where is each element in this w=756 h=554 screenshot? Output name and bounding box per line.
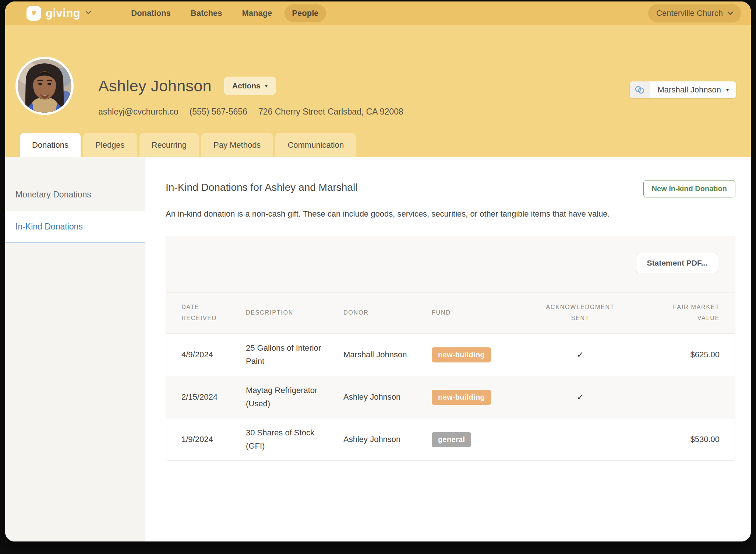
top-bar: ♥ giving Donations Batches Manage People… xyxy=(5,1,751,25)
column-header-description: Description xyxy=(246,307,343,318)
date-received-cell: 2/15/2024 xyxy=(181,392,246,402)
profile-tabs: Donations Pledges Recurring Pay Methods … xyxy=(20,133,356,157)
column-header-fund: Fund xyxy=(432,307,522,318)
description-cell: Maytag Refrigerator (Used) xyxy=(246,384,343,411)
app-window: ♥ giving Donations Batches Manage People… xyxy=(5,1,751,541)
check-icon: ✓ xyxy=(577,350,584,360)
column-header-acknowledgment-sent: Acknowledgment Sent xyxy=(542,302,619,324)
caret-down-icon: ▾ xyxy=(265,83,268,89)
fair-market-value-cell: $625.00 xyxy=(639,350,720,360)
new-in-kind-donation-button[interactable]: New In-kind Donation xyxy=(643,180,735,197)
panel-title: In-Kind Donations for Ashley and Marshal… xyxy=(166,182,357,193)
column-header-date-received: Date Received xyxy=(181,302,224,324)
linked-icon-segment xyxy=(630,81,650,98)
date-received-cell: 4/9/2024 xyxy=(181,350,246,360)
chevron-down-icon xyxy=(727,11,733,15)
fund-cell: new-building xyxy=(432,390,522,405)
fair-market-value-cell: $530.00 xyxy=(639,435,720,444)
contact-info: ashleyj@cvchurch.co (555) 567-5656 726 C… xyxy=(98,107,403,117)
avatar xyxy=(15,57,74,115)
name-row: Ashley Johnson Actions ▾ xyxy=(98,77,276,95)
table-row[interactable]: 1/9/2024 30 Shares of Stock (GFI) Ashley… xyxy=(166,418,735,460)
sidebar-spacer xyxy=(5,157,145,178)
nav-item-people[interactable]: People xyxy=(285,4,326,22)
person-name: Ashley Johnson xyxy=(98,77,212,95)
card-toolbar: Statement PDF... xyxy=(166,236,735,292)
heart-logo-badge: ♥ xyxy=(27,6,41,21)
email-value: ashleyj@cvchurch.co xyxy=(98,107,179,117)
in-kind-panel: In-Kind Donations for Ashley and Marshal… xyxy=(145,157,751,541)
tab-communication[interactable]: Communication xyxy=(275,133,356,157)
organization-selector[interactable]: Centerville Church xyxy=(648,4,741,22)
tab-pay-methods[interactable]: Pay Methods xyxy=(201,133,273,157)
nav-item-manage[interactable]: Manage xyxy=(234,4,279,22)
phone-value: (555) 567-5656 xyxy=(190,107,247,117)
panel-description: An in-kind donation is a non-cash gift. … xyxy=(166,209,735,219)
actions-button-label: Actions xyxy=(232,81,261,90)
primary-nav: Donations Batches Manage People xyxy=(124,4,326,22)
table-row[interactable]: 4/9/2024 25 Gallons of Interior Paint Ma… xyxy=(166,333,735,376)
column-header-donor: Donor xyxy=(343,307,432,318)
tab-recurring[interactable]: Recurring xyxy=(139,133,199,157)
caret-down-icon: ▾ xyxy=(726,87,729,93)
acknowledgment-sent-cell: ✓ xyxy=(522,350,639,360)
table-header-row: Date Received Description Donor Fund Ack… xyxy=(166,292,735,333)
nav-item-donations[interactable]: Donations xyxy=(124,4,178,22)
acknowledgment-sent-cell: ✓ xyxy=(522,392,639,402)
tab-pledges[interactable]: Pledges xyxy=(83,133,137,157)
check-icon: ✓ xyxy=(577,392,584,402)
table-row[interactable]: 2/15/2024 Maytag Refrigerator (Used) Ash… xyxy=(166,376,735,418)
app-name: giving xyxy=(46,7,80,20)
avatar-photo xyxy=(18,59,71,113)
address-value: 726 Cherry Street Carlsbad, CA 92008 xyxy=(258,107,403,117)
profile-header: Ashley Johnson Actions ▾ ashleyj@cvchurc… xyxy=(5,25,751,157)
linked-person-main: Marshall Johnson ▾ xyxy=(650,81,736,98)
donor-cell: Ashley Johnson xyxy=(343,435,432,444)
donations-sidebar: Monetary Donations In-Kind Donations xyxy=(5,157,145,541)
actions-button[interactable]: Actions ▾ xyxy=(224,77,276,95)
donor-cell: Ashley Johnson xyxy=(343,392,432,402)
sidebar-item-in-kind-donations[interactable]: In-Kind Donations xyxy=(5,211,145,243)
tab-donations[interactable]: Donations xyxy=(20,133,81,157)
nav-item-batches[interactable]: Batches xyxy=(183,4,230,22)
statement-pdf-button[interactable]: Statement PDF... xyxy=(636,253,718,273)
donations-card: Statement PDF... Date Received Descripti… xyxy=(166,236,735,461)
heart-icon: ♥ xyxy=(31,8,36,17)
fund-badge: new-building xyxy=(432,390,491,405)
app-switcher-chevron-icon[interactable] xyxy=(85,8,91,16)
donor-cell: Marshall Johnson xyxy=(343,350,432,360)
fund-badge: general xyxy=(432,432,471,447)
fund-badge: new-building xyxy=(432,347,491,362)
description-cell: 30 Shares of Stock (GFI) xyxy=(246,426,343,453)
link-icon xyxy=(635,86,645,94)
date-received-cell: 1/9/2024 xyxy=(181,435,246,444)
linked-person-selector[interactable]: Marshall Johnson ▾ xyxy=(630,81,736,98)
giving-logo[interactable]: ♥ giving xyxy=(27,6,91,21)
sidebar-item-monetary-donations[interactable]: Monetary Donations xyxy=(5,178,145,211)
fund-cell: general xyxy=(432,432,522,447)
organization-name: Centerville Church xyxy=(656,8,723,18)
content-area: Monetary Donations In-Kind Donations In-… xyxy=(5,157,751,541)
column-header-fair-market-value: Fair Market Value xyxy=(661,302,720,324)
description-cell: 25 Gallons of Interior Paint xyxy=(246,341,343,368)
linked-person-name: Marshall Johnson xyxy=(658,85,721,95)
fund-cell: new-building xyxy=(432,347,522,362)
panel-header: In-Kind Donations for Ashley and Marshal… xyxy=(166,180,735,197)
